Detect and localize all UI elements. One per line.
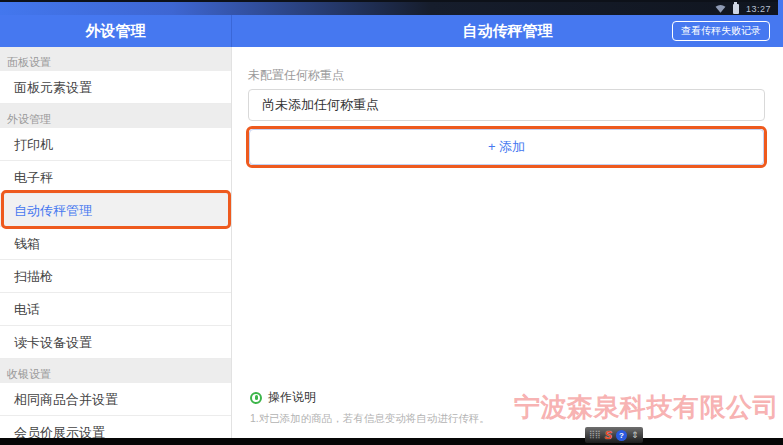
sidebar-section-label: 外设管理 [0,104,231,128]
bottom-bar [0,438,783,445]
instruction-icon [250,392,262,404]
wifi-icon [715,4,726,13]
instructions-title: 操作说明 [268,389,316,406]
sidebar-item[interactable]: 电子秤 [0,161,231,194]
add-button-highlight: + 添加 [246,126,767,168]
main-content: 未配置任何称重点 尚未添加任何称重点 + 添加 操作说明 1.对已添加的商品，若… [233,47,783,438]
collapse-arrows-icon[interactable]: ⇕ [631,431,639,440]
add-button[interactable]: + 添加 [249,129,764,165]
header-edge-strip [778,0,783,47]
status-bar: 13:27 [0,0,783,15]
status-time: 13:27 [746,4,771,14]
sidebar-title: 外设管理 [86,22,146,41]
sidebar-item[interactable]: 面板元素设置 [0,71,231,104]
company-watermark: 宁波森泉科技有限公司 [514,390,779,425]
instructions-title-row: 操作说明 [250,389,490,406]
drag-handle-icon[interactable]: ⣿⣿ [589,431,601,439]
app-screen: 13:27 外设管理 自动传秤管理 查看传秤失败记录 面板设置面板元素设置外设管… [0,0,783,445]
empty-state-label: 未配置任何称重点 [248,67,344,84]
main-header: 自动传秤管理 查看传秤失败记录 [232,15,783,47]
sidebar-header: 外设管理 [0,15,232,47]
header-bar: 外设管理 自动传秤管理 查看传秤失败记录 [0,15,783,47]
empty-state-box: 尚未添加任何称重点 [248,89,765,121]
assistant-s-icon[interactable]: S [605,430,612,441]
page-title: 自动传秤管理 [463,22,553,41]
view-fail-records-button[interactable]: 查看传秤失败记录 [672,21,770,41]
sidebar-item[interactable]: 电话 [0,293,231,326]
battery-icon [733,4,739,14]
instructions-line: 1.对已添加的商品，若有信息变动将自动进行传秤。 [250,412,490,426]
sidebar-items: 面板设置面板元素设置外设管理打印机电子秤自动传秤管理钱箱扫描枪电话读卡设备设置收… [0,47,231,445]
instructions-block: 操作说明 1.对已添加的商品，若有信息变动将自动进行传秤。 [250,389,490,426]
sidebar-item[interactable]: 相同商品合并设置 [0,383,231,416]
floating-toolbar[interactable]: ⣿⣿ S ? ⇕ [585,427,643,443]
sidebar-item[interactable]: 读卡设备设置 [0,326,231,359]
sidebar-item-selected[interactable]: 自动传秤管理 [0,194,231,227]
sidebar-section-label: 收银设置 [0,359,231,383]
selected-item-highlight [1,190,231,229]
sidebar-item[interactable]: 打印机 [0,128,231,161]
sidebar-section-label: 面板设置 [0,47,231,71]
sidebar: 面板设置面板元素设置外设管理打印机电子秤自动传秤管理钱箱扫描枪电话读卡设备设置收… [0,47,232,445]
help-icon[interactable]: ? [616,430,627,441]
sidebar-item[interactable]: 扫描枪 [0,260,231,293]
sidebar-item[interactable]: 钱箱 [0,227,231,260]
